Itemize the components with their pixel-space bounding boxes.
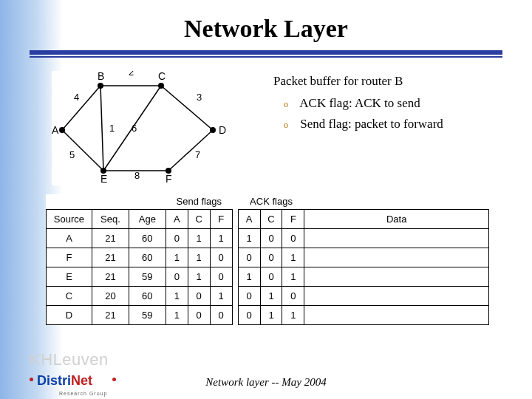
table-cell: 1 [282,267,304,286]
graph-node [98,83,103,89]
table-cell [304,305,489,324]
table-cell [304,286,489,305]
table-cell: 60 [129,248,166,267]
table-cell [232,286,238,305]
bullet-marker-icon: o [284,120,291,131]
table-cell: 0 [238,305,260,324]
table-cell: 1 [166,286,188,305]
table-group-header: Send flags [166,194,232,209]
table-cell: C [47,286,92,305]
bullet-marker-icon: o [284,99,291,110]
table-cell: 1 [260,305,282,324]
table-column-header: A [166,209,188,228]
bullet-text: ACK flag: ACK to send [299,96,420,110]
table-cell: D [47,305,92,324]
title-rule-thick [30,50,502,55]
table-cell: 0 [260,267,282,286]
table-cell: 1 [210,228,232,248]
table-cell [232,305,238,324]
edge-weight-label: 5 [69,149,75,160]
table-column-header: C [188,209,210,228]
table-group-header [232,194,238,209]
graph-node [59,127,65,133]
table-cell: 1 [188,228,210,248]
table-cell: 0 [238,286,260,305]
table-cell: 1 [166,305,188,324]
table-group-header [47,194,166,209]
table-cell: 0 [238,248,260,267]
bullet-list: Packet buffer for router B o ACK flag: A… [273,74,510,137]
table-cell: 1 [282,248,304,267]
edge-weight-label: 6 [132,123,137,134]
table-group-header: ACK flags [238,194,304,209]
table-row: A2160011100 [47,228,489,248]
graph-edge [100,86,103,171]
graph-edge [62,130,103,171]
table-cell: 21 [92,248,129,267]
table-cell: 1 [210,286,232,305]
table-cell [232,248,238,267]
graph-node-label: A [52,124,59,136]
table-cell [304,267,489,286]
table-cell: 0 [260,228,282,248]
table-cell: F [47,248,92,267]
edge-weight-label: 8 [134,170,140,181]
table-cell: 60 [129,286,166,305]
table-cell: 20 [92,286,129,305]
table-cell: 21 [92,228,129,248]
network-graph: 42351678ABCDEF [52,71,244,185]
table-row: C2060101010 [47,286,489,305]
table-cell: 21 [92,305,129,324]
table-cell: 0 [282,286,304,305]
table-cell: 0 [282,228,304,248]
watermark-text: KHLeuven [30,350,109,369]
table-cell: 1 [238,267,260,286]
table-cell: A [47,228,92,248]
table-cell: 0 [166,228,188,248]
table-cell: 1 [260,286,282,305]
table-column-header: Age [129,209,166,228]
table-cell [232,228,238,248]
edge-weight-label: 3 [197,92,202,103]
bullet-heading: Packet buffer for router B [273,74,510,89]
table-cell: 0 [260,248,282,267]
edge-weight-label: 4 [74,92,79,103]
graph-node [210,127,216,133]
table-column-header: Source [47,209,92,228]
table-cell: 1 [282,305,304,324]
footer-text: Network layer -- May 2004 [0,376,532,389]
table-cell: 59 [129,305,166,324]
table-cell: 0 [188,305,210,324]
edge-weight-label: 1 [109,123,115,134]
table-cell: 1 [188,248,210,267]
table-row: D2159100011 [47,305,489,324]
title-rule-thin [30,56,502,58]
table-column-header [232,209,238,228]
table-cell: E [47,267,92,286]
packet-buffer-table: Send flagsACK flagsSourceSeq.AgeACFACFDa… [46,194,489,325]
graph-node-label: C [158,71,166,82]
table-column-header: C [260,209,282,228]
graph-node-label: F [166,173,172,185]
table-cell: 21 [92,267,129,286]
edge-weight-label: 2 [129,71,134,78]
table-cell [304,248,489,267]
table-column-header: F [282,209,304,228]
table-cell: 1 [166,248,188,267]
table-column-header: Data [304,209,489,228]
graph-node-label: E [100,173,107,185]
table-cell [232,267,238,286]
edge-weight-label: 7 [195,149,200,160]
graph-edge [161,86,213,130]
table-cell: 1 [238,228,260,248]
bullet-item: o ACK flag: ACK to send [284,96,510,111]
page-title: Network Layer [0,15,532,43]
table-column-header: A [238,209,260,228]
table-column-header: F [210,209,232,228]
graph-node [158,83,164,89]
bullet-text: Send flag: packet to forward [300,117,443,131]
table-row: F2160110001 [47,248,489,267]
graph-node-label: D [219,124,226,136]
table-cell: 0 [166,267,188,286]
table-cell: 59 [129,267,166,286]
